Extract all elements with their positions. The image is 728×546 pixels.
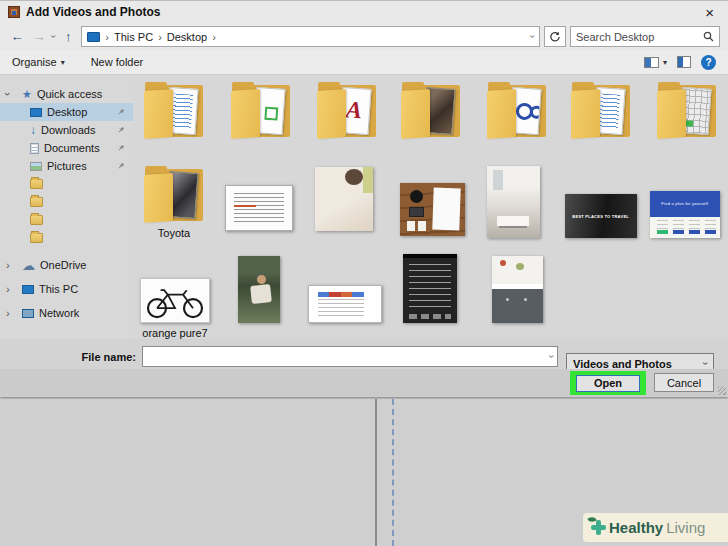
documents-icon [30, 143, 39, 154]
folder-documents[interactable] [142, 81, 206, 141]
breadcrumb-this-pc[interactable]: This PC [114, 31, 153, 43]
sidebar-item-quick-access[interactable]: › ★ Quick access [0, 85, 133, 103]
file-name-dropdown-icon[interactable]: › [546, 355, 557, 358]
folder-icon [30, 215, 43, 225]
file-baby-photo[interactable] [315, 167, 373, 231]
new-folder-button[interactable]: New folder [91, 56, 144, 68]
cancel-button[interactable]: Cancel [654, 373, 714, 392]
sidebar-item-this-pc[interactable]: › This PC [0, 280, 133, 298]
healthy-living-logo-icon [591, 520, 606, 535]
file-label: Toyota [142, 227, 206, 239]
folder-pdf[interactable]: A [315, 81, 379, 141]
downloads-icon: ↓ [30, 124, 36, 136]
pictures-icon [30, 162, 42, 171]
file-table-document[interactable] [308, 285, 382, 323]
file-text-document[interactable] [225, 185, 293, 231]
organise-menu[interactable]: Organise ▾ [12, 56, 65, 68]
location-icon [87, 32, 100, 42]
file-dialog: Add Videos and Photos × ← → › ↑ › This P… [0, 0, 728, 397]
breadcrumb-separator-icon: › [212, 31, 216, 43]
dialog-footer: File name: › Videos and Photos › Open Ca… [0, 339, 728, 397]
folder-installer[interactable] [229, 81, 293, 141]
pin-icon [117, 108, 125, 116]
view-mode-icon [644, 57, 659, 68]
sidebar-label: Desktop [47, 106, 87, 118]
search-icon [703, 31, 714, 42]
sidebar-item-folder[interactable] [0, 193, 133, 211]
onedrive-cloud-icon: ☁ [22, 259, 35, 272]
recent-locations-icon[interactable]: › [48, 35, 59, 38]
sidebar-item-downloads[interactable]: ↓ Downloads [0, 121, 133, 139]
view-mode-button[interactable]: ▾ [644, 57, 667, 68]
file-bicycle-image[interactable] [140, 278, 210, 323]
travel-caption: BEST PLACES TO TRAVEL [573, 214, 630, 219]
file-name-combobox[interactable]: › [142, 346, 558, 367]
sidebar-label: Network [39, 307, 79, 319]
pdf-logo-icon: A [345, 96, 363, 124]
close-icon[interactable]: × [699, 4, 720, 21]
view-mode-dropdown-icon: ▾ [663, 58, 667, 67]
file-desk-photo[interactable] [400, 183, 465, 236]
open-button[interactable]: Open [576, 375, 640, 392]
folder-photos[interactable] [399, 81, 463, 141]
forward-button[interactable]: → [30, 29, 48, 44]
sidebar-item-folder[interactable] [0, 175, 133, 193]
command-toolbar: Organise ▾ New folder ▾ ? [0, 50, 728, 75]
file-sink-photo[interactable] [492, 256, 543, 323]
folder-icon [30, 197, 43, 207]
breadcrumb-separator-icon: › [158, 31, 162, 43]
expand-icon[interactable]: › [6, 307, 10, 319]
sidebar-item-folder[interactable] [0, 211, 133, 229]
resize-grip[interactable] [718, 387, 726, 395]
folder-logo[interactable] [485, 81, 549, 141]
expand-icon[interactable]: › [6, 283, 10, 295]
folder-icon [30, 233, 43, 243]
file-type-dropdown-icon: › [700, 362, 711, 365]
title-bar: Add Videos and Photos × [0, 0, 728, 23]
file-label: orange pure7 [140, 327, 210, 339]
file-name-input[interactable] [147, 351, 550, 363]
sidebar-item-network[interactable]: › Network [0, 304, 133, 322]
pin-icon [117, 126, 125, 134]
sidebar-item-desktop[interactable]: Desktop [0, 103, 133, 121]
brand-name-bold: Healthy [609, 519, 663, 536]
sidebar-item-pictures[interactable]: Pictures [0, 157, 133, 175]
search-input[interactable] [576, 31, 703, 43]
pin-icon [117, 144, 125, 152]
file-settings-screenshot[interactable] [403, 254, 457, 323]
network-icon [22, 309, 34, 318]
file-kitchen-photo[interactable] [487, 166, 540, 238]
folder-documents-2[interactable] [569, 81, 633, 141]
up-button[interactable]: ↑ [59, 29, 77, 44]
background-canvas: Healthy Living [0, 399, 728, 546]
sidebar: › ★ Quick access Desktop ↓ Downloads Doc… [0, 75, 133, 339]
breadcrumb-desktop[interactable]: Desktop [167, 31, 207, 43]
screenshot: Add Videos and Photos × ← → › ↑ › This P… [0, 0, 728, 546]
sidebar-item-onedrive[interactable]: › ☁ OneDrive [0, 256, 133, 274]
file-travel-image[interactable]: BEST PLACES TO TRAVEL [565, 194, 637, 238]
file-pricing-screenshot[interactable]: Find a plan for yourself [650, 191, 720, 238]
preview-pane-icon[interactable] [677, 56, 691, 68]
file-name-label: File name: [0, 351, 136, 363]
breadcrumb[interactable]: › This PC › Desktop › › [81, 26, 540, 47]
sidebar-item-documents[interactable]: Documents [0, 139, 133, 157]
folder-keyboard[interactable] [655, 81, 719, 141]
quick-access-star-icon: ★ [22, 88, 32, 101]
sidebar-label: Quick access [37, 88, 102, 100]
refresh-button[interactable] [544, 26, 566, 47]
app-icon [8, 6, 20, 18]
help-icon[interactable]: ? [701, 55, 716, 70]
folder-toyota[interactable]: Toyota [142, 165, 206, 225]
sidebar-label: Documents [44, 142, 100, 154]
organise-label: Organise [12, 56, 57, 68]
search-box[interactable] [570, 26, 720, 47]
sidebar-item-folder[interactable] [0, 229, 133, 247]
file-portrait-photo[interactable] [238, 256, 280, 323]
watermark: Healthy Living [583, 513, 728, 542]
address-dropdown-icon[interactable]: › [527, 35, 538, 38]
back-button[interactable]: ← [8, 29, 26, 44]
expand-icon[interactable]: › [6, 259, 10, 271]
this-pc-icon [22, 285, 34, 294]
plan-title: Find a plan for yourself [662, 202, 709, 207]
expand-icon[interactable]: › [2, 92, 14, 96]
